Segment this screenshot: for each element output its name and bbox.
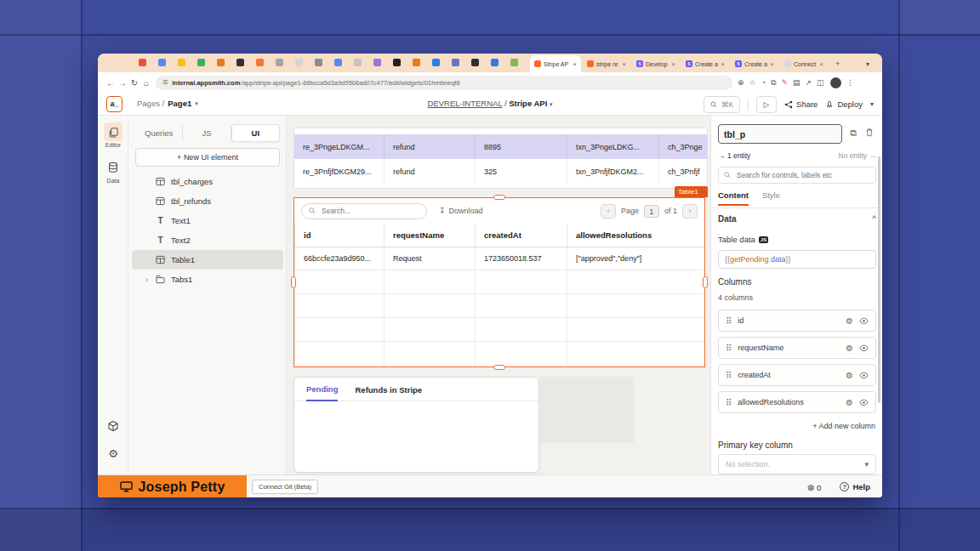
tab-close-icon[interactable]: × [819,60,823,68]
column-settings-gear-icon[interactable]: ⚙ [846,316,853,326]
browser-tab-create-2[interactable]: S Create a × [731,55,778,72]
property-search-input[interactable] [735,170,863,180]
column-visibility-eye-icon[interactable] [859,317,869,325]
cell[interactable]: refund [384,134,475,159]
column-visibility-eye-icon[interactable] [859,344,869,352]
tab-queries[interactable]: Queries [135,125,183,141]
pinned-tab-favicon[interactable] [158,59,166,66]
cell[interactable]: 1723650018.537 [475,247,567,270]
cell[interactable]: ["approved","deny"] [567,247,704,270]
column-header[interactable]: allowedResolutions [567,224,704,247]
help-button[interactable]: ? Help [840,482,870,491]
widget-item-text2[interactable]: T Text2 [132,230,283,250]
column-header[interactable]: createdAt [475,224,567,247]
pinned-tab-favicon[interactable] [452,59,459,66]
table-search-input[interactable] [320,206,405,216]
extension-icon[interactable]: ▤ [793,78,801,87]
tabs1-widget[interactable]: Pending Refunds in Stripe [293,377,539,473]
copy-widget-icon[interactable]: ⧉ [850,128,857,139]
table-row[interactable]: re_3PnfjfDKGM29... refund 325 txn_3Pnfjf… [294,159,707,184]
widget-item-table1[interactable]: Table1 [132,250,283,270]
pinned-tab-favicon[interactable] [510,59,518,66]
url-bar[interactable]: ☰ internal.appsmith.com/app/stripe-api/p… [156,76,732,90]
omnibar-search[interactable]: ⌘K [704,96,740,113]
widget-name-input[interactable] [718,124,842,144]
pinned-tab-favicon[interactable] [139,59,146,66]
column-visibility-eye-icon[interactable] [859,399,869,406]
tab-close-icon[interactable]: × [721,60,725,68]
delete-widget-icon[interactable] [865,128,874,137]
pinned-tab-favicon[interactable] [491,59,499,66]
column-settings-gear-icon[interactable]: ⚙ [846,344,853,353]
cell[interactable]: txn_3PngeLDKG... [567,134,658,159]
drag-handle-icon[interactable]: ⠿ [726,344,732,353]
new-tab-button[interactable]: + [831,55,845,72]
tbl-refunds-widget[interactable]: re_3PngeLDKGM... refund 8895 txn_3PngeLD… [293,128,708,189]
pinned-tab-favicon[interactable] [236,59,244,66]
column-settings-gear-icon[interactable]: ⚙ [846,371,853,380]
incoming-entities-link[interactable]: → 1 entity [718,151,750,160]
pane-scrollbar[interactable] [878,156,880,403]
browser-tab-stripe-api[interactable]: Stripe AP × [530,55,581,72]
prev-page-button[interactable]: ‹ [601,204,616,219]
page-number[interactable]: 1 [644,205,659,218]
table-row[interactable]: 66bccfe23a9d950... Request 1723650018.53… [294,247,704,270]
table1-search[interactable] [301,203,427,219]
extension-icon[interactable]: ⧉ [771,78,776,88]
column-header[interactable]: requestName [384,224,475,247]
cell[interactable]: ch_3Pnfjf [658,159,707,184]
extension-icon[interactable]: ◔ [761,78,766,87]
table-data-binding-input[interactable]: {{getPending.data}} [718,250,876,269]
browser-tab-stripe-re[interactable]: stripe re × [583,55,630,72]
property-search[interactable] [718,167,876,184]
resize-handle-right[interactable] [703,276,708,288]
zoom-icon[interactable]: ⊕ [738,78,744,87]
pinned-tab-favicon[interactable] [315,59,322,66]
column-settings-gear-icon[interactable]: ⚙ [846,398,853,407]
browser-tab-connect[interactable]: Connect × [780,55,828,72]
site-settings-icon[interactable]: ☰ [162,79,168,86]
deploy-button[interactable]: Deploy [825,99,863,109]
forward-icon[interactable]: → [117,78,128,88]
tab-ui[interactable]: UI [231,124,280,142]
tab-style[interactable]: Style [762,190,780,206]
pinned-tab-favicon[interactable] [276,59,283,66]
column-card-id[interactable]: ⠿ id ⚙ [718,310,876,332]
resize-handle-left[interactable] [291,276,296,288]
add-new-column-button[interactable]: + Add new column [812,422,875,430]
tab-search-chevron-icon[interactable]: ▾ [862,55,875,72]
tab-pending[interactable]: Pending [306,384,338,401]
cell[interactable]: 8895 [475,134,567,159]
cell[interactable]: Request [384,247,475,270]
outgoing-entities-link[interactable]: No entity → [839,151,876,160]
resize-handle-top[interactable] [493,195,505,200]
widget-item-tabs1[interactable]: › Tabs1 [132,270,283,289]
next-page-button[interactable]: › [682,204,698,219]
cell[interactable]: 325 [475,159,567,184]
share-button[interactable]: Share [784,99,818,109]
rail-item-libraries[interactable] [98,420,128,432]
pinned-tabs[interactable] [139,59,518,66]
cell[interactable]: ch_3Pnge [658,134,707,159]
app-name[interactable]: Stripe API [509,99,547,108]
tab-close-icon[interactable]: × [770,60,774,68]
download-button[interactable]: ↧ Download [439,207,483,215]
js-badge[interactable]: JS [759,236,768,243]
back-icon[interactable]: ← [105,78,117,88]
tab-close-icon[interactable]: × [573,60,577,68]
column-card-requestname[interactable]: ⠿ requestName ⚙ [718,337,876,359]
pinned-tab-favicon[interactable] [471,59,479,66]
pinned-tab-favicon[interactable] [256,59,264,66]
widget-item-text1[interactable]: T Text1 [132,211,283,230]
run-button[interactable]: ▷ [756,96,777,113]
table-row-selected[interactable]: re_3PngeLDKGM... refund 8895 txn_3PngeLD… [294,134,707,159]
column-card-createdat[interactable]: ⠿ createdAt ⚙ [718,364,876,386]
workspace-name[interactable]: DEVREL-INTERNAL [428,99,503,108]
expand-chevron-icon[interactable]: › [145,276,148,284]
resize-handle-bottom[interactable] [493,365,505,370]
tab-content[interactable]: Content [718,190,749,206]
data-section-header[interactable]: Data ^ [718,214,876,224]
reload-icon[interactable]: ↻ [128,78,140,88]
cell[interactable]: refund [384,159,475,184]
tab-refunds-in-stripe[interactable]: Refunds in Stripe [355,385,422,400]
